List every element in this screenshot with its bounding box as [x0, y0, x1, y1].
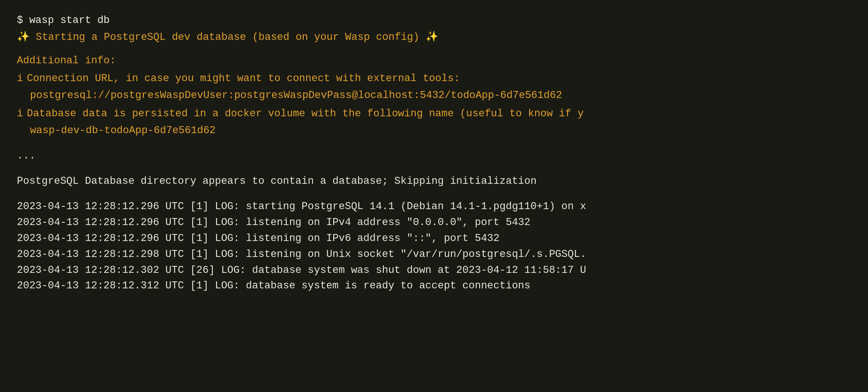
- terminal-window: $ wasp start db ✨ Starting a PostgreSQL …: [17, 13, 851, 294]
- log-line-0: 2023-04-13 12:28:12.296 UTC [1] LOG: sta…: [17, 199, 851, 214]
- info-bullet-0: i: [17, 71, 23, 86]
- pg-init-line: PostgreSQL Database directory appears to…: [17, 174, 851, 189]
- ellipsis: ...: [17, 149, 851, 164]
- prompt-text: $ wasp start db: [17, 15, 110, 26]
- info-url-0: postgresql://postgresWaspDevUser:postgre…: [30, 88, 851, 103]
- log-lines-container: 2023-04-13 12:28:12.296 UTC [1] LOG: sta…: [17, 199, 851, 294]
- info-text-1: Database data is persisted in a docker v…: [27, 106, 584, 121]
- info-text-0: Connection URL, in case you might want t…: [27, 71, 460, 86]
- info-bullet-1: i: [17, 106, 23, 121]
- additional-info-label: Additional info:: [17, 53, 851, 68]
- wasp-starting-text: ✨ Starting a PostgreSQL dev database (ba…: [17, 31, 438, 43]
- wasp-starting-line: ✨ Starting a PostgreSQL dev database (ba…: [17, 30, 851, 45]
- log-line-2: 2023-04-13 12:28:12.296 UTC [1] LOG: lis…: [17, 231, 851, 246]
- info-item-1: i Database data is persisted in a docker…: [17, 106, 851, 121]
- log-line-3: 2023-04-13 12:28:12.298 UTC [1] LOG: lis…: [17, 247, 851, 262]
- prompt-line: $ wasp start db: [17, 13, 851, 28]
- log-line-1: 2023-04-13 12:28:12.296 UTC [1] LOG: lis…: [17, 215, 851, 230]
- info-item-0: i Connection URL, in case you might want…: [17, 71, 851, 86]
- log-line-4: 2023-04-13 12:28:12.302 UTC [26] LOG: da…: [17, 263, 851, 278]
- info-url-1: wasp-dev-db-todoApp-6d7e561d62: [30, 123, 851, 138]
- log-line-5: 2023-04-13 12:28:12.312 UTC [1] LOG: dat…: [17, 279, 851, 294]
